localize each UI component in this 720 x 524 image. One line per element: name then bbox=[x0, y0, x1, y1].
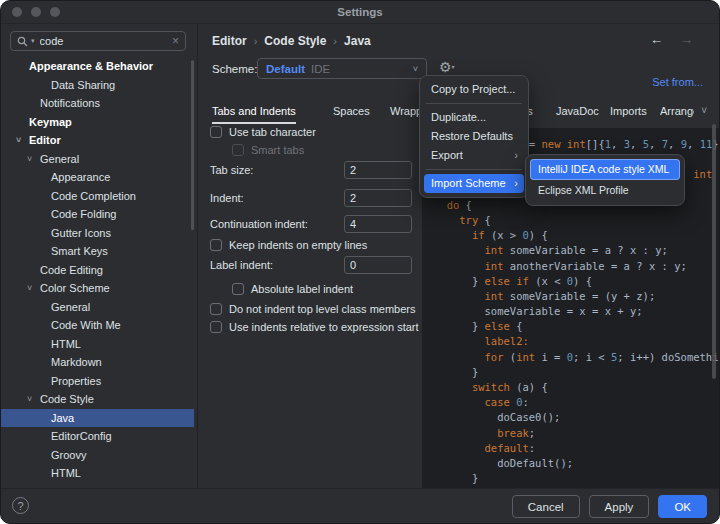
import-scheme-submenu: IntelliJ IDEA code style XMLEclipse XML … bbox=[525, 154, 685, 206]
submenu-item-eclipse-xml-profile[interactable]: Eclipse XML Profile bbox=[530, 180, 680, 201]
sidebar-item-label: Properties bbox=[51, 375, 101, 387]
sidebar-item-html[interactable]: HTML bbox=[1, 464, 194, 483]
sidebar-item-groovy[interactable]: Groovy bbox=[1, 446, 194, 465]
tab-imports[interactable]: Imports bbox=[610, 100, 647, 122]
menu-item-copy-to-project[interactable]: Copy to Project... bbox=[424, 80, 524, 99]
close-window-icon[interactable] bbox=[12, 7, 22, 17]
checkbox-use-tab-character[interactable]: Use tab character bbox=[210, 123, 316, 141]
sidebar-item-html[interactable]: HTML bbox=[1, 335, 194, 354]
dialog-footer: ? Cancel Apply OK bbox=[1, 488, 719, 523]
sidebar-item-color-scheme[interactable]: ˅Color Scheme bbox=[1, 279, 194, 298]
window-title: Settings bbox=[1, 1, 719, 23]
sidebar-item-gutter-icons[interactable]: Gutter Icons bbox=[1, 224, 194, 243]
chevron-down-icon[interactable]: ˅ bbox=[16, 131, 21, 150]
menu-item-restore-defaults[interactable]: Restore Defaults bbox=[424, 127, 524, 146]
tabs-and-indents-form: Use tab character Smart tabs Tab size: I… bbox=[198, 24, 422, 489]
chevron-down-icon[interactable]: ˅ bbox=[27, 150, 32, 169]
apply-button[interactable]: Apply bbox=[589, 495, 650, 518]
help-button[interactable]: ? bbox=[12, 497, 29, 514]
label-indent-input[interactable] bbox=[344, 256, 412, 274]
sidebar-item-label: EditorConfig bbox=[51, 430, 112, 442]
sidebar-item-code-editing[interactable]: Code Editing bbox=[1, 261, 194, 280]
search-field[interactable]: ▾ × bbox=[10, 31, 186, 51]
sidebar-item-label: Code Editing bbox=[40, 264, 103, 276]
sidebar-item-label: Code With Me bbox=[51, 319, 121, 331]
submenu-arrow-icon: › bbox=[514, 174, 518, 193]
submenu-item-intellij-idea-code-style-xml[interactable]: IntelliJ IDEA code style XML bbox=[530, 159, 680, 180]
sidebar-item-code-folding[interactable]: Code Folding bbox=[1, 205, 194, 224]
sidebar-item-label: Smart Keys bbox=[51, 245, 108, 257]
sidebar-item-editorconfig[interactable]: EditorConfig bbox=[1, 427, 194, 446]
settings-dialog: Settings ▾ × Appearance & BehaviorData S… bbox=[0, 0, 720, 524]
tab-javadoc[interactable]: JavaDoc bbox=[556, 100, 599, 122]
menu-item-import-scheme[interactable]: Import Scheme› bbox=[424, 174, 524, 193]
sidebar-item-keymap[interactable]: Keymap bbox=[1, 113, 194, 132]
chevron-down-icon[interactable]: ˅ bbox=[27, 390, 32, 409]
checkbox-smart-tabs: Smart tabs bbox=[232, 141, 304, 159]
code-preview-scrollbar[interactable] bbox=[712, 124, 716, 379]
tabs-overflow-icon[interactable]: ˅ bbox=[701, 100, 707, 122]
sidebar-scrollbar[interactable] bbox=[191, 60, 194, 230]
checkbox-indents-relative[interactable]: Use indents relative to expression start bbox=[210, 318, 419, 336]
clear-search-icon[interactable]: × bbox=[172, 35, 179, 47]
sidebar-item-editor[interactable]: ˅Editor bbox=[1, 131, 194, 150]
sidebar-item-code-completion[interactable]: Code Completion bbox=[1, 187, 194, 206]
tab-arrangement[interactable]: Arrangement bbox=[660, 100, 694, 122]
cancel-button[interactable]: Cancel bbox=[512, 495, 580, 518]
scheme-actions-menu: Copy to Project...Duplicate...Restore De… bbox=[419, 75, 529, 198]
code-line: if (x > 0) { bbox=[422, 228, 719, 243]
checkbox-absolute-label-indent[interactable]: Absolute label indent bbox=[232, 280, 353, 298]
sidebar-item-data-sharing[interactable]: Data Sharing bbox=[1, 76, 194, 95]
checkbox-no-indent-top-level[interactable]: Do not indent top level class members bbox=[210, 300, 415, 318]
indent-input[interactable] bbox=[344, 189, 412, 207]
sidebar-item-smart-keys[interactable]: Smart Keys bbox=[1, 242, 194, 261]
sidebar-item-markdown[interactable]: Markdown bbox=[1, 353, 194, 372]
sidebar-item-java[interactable]: Java bbox=[1, 409, 194, 428]
sidebar-item-label: Code Completion bbox=[51, 190, 136, 202]
sidebar-item-label: Appearance & Behavior bbox=[29, 60, 153, 72]
search-history-caret-icon[interactable]: ▾ bbox=[31, 37, 35, 45]
back-arrow-icon[interactable]: ← bbox=[650, 32, 663, 47]
checkbox-icon bbox=[232, 144, 244, 156]
sidebar-item-code-with-me[interactable]: Code With Me bbox=[1, 316, 194, 335]
checkbox-keep-indents[interactable]: Keep indents on empty lines bbox=[210, 236, 367, 254]
minimize-window-icon[interactable] bbox=[31, 7, 41, 17]
search-input[interactable] bbox=[38, 34, 169, 48]
sidebar-item-label: HTML bbox=[51, 467, 81, 479]
sidebar-item-label: Notifications bbox=[40, 97, 100, 109]
tab-size-input[interactable] bbox=[344, 161, 412, 179]
sidebar-item-appearance[interactable]: Appearance bbox=[1, 168, 194, 187]
sidebar-item-code-style[interactable]: ˅Code Style bbox=[1, 390, 194, 409]
ok-button[interactable]: OK bbox=[658, 495, 707, 518]
label-indent-label: Label indent: bbox=[210, 256, 273, 274]
chevron-down-icon[interactable]: ˅ bbox=[27, 279, 32, 298]
sidebar-item-properties[interactable]: Properties bbox=[1, 372, 194, 391]
menu-item-export[interactable]: Export› bbox=[424, 146, 524, 165]
checkbox-icon bbox=[210, 126, 222, 138]
set-from-link[interactable]: Set from... bbox=[652, 76, 703, 88]
footer-buttons: Cancel Apply OK bbox=[512, 495, 707, 518]
settings-sidebar: ▾ × Appearance & BehaviorData SharingNot… bbox=[1, 24, 198, 489]
continuation-indent-input[interactable] bbox=[344, 215, 412, 233]
menu-item-duplicate[interactable]: Duplicate... bbox=[424, 108, 524, 127]
sidebar-item-general[interactable]: ˅General bbox=[1, 150, 194, 169]
sidebar-item-appearance-behavior[interactable]: Appearance & Behavior bbox=[1, 57, 194, 76]
scheme-gear-button[interactable]: ⚙▾ bbox=[439, 60, 455, 74]
submenu-arrow-icon: › bbox=[514, 146, 518, 165]
sidebar-item-label: General bbox=[40, 153, 79, 165]
settings-tree: Appearance & BehaviorData SharingNotific… bbox=[1, 57, 194, 489]
maximize-window-icon[interactable] bbox=[50, 7, 60, 17]
menu-separator bbox=[426, 169, 522, 170]
code-line: } else { bbox=[422, 319, 719, 334]
sidebar-item-label: Color Scheme bbox=[40, 282, 110, 294]
code-line: } else if (x < 0) { bbox=[422, 274, 719, 289]
gear-caret-icon: ▾ bbox=[452, 64, 455, 70]
sidebar-item-label: Gutter Icons bbox=[51, 227, 111, 239]
sidebar-item-general[interactable]: General bbox=[1, 298, 194, 317]
code-line: someVariable = x = x + y; bbox=[422, 304, 719, 319]
forward-arrow-icon[interactable]: → bbox=[680, 32, 693, 47]
sidebar-item-notifications[interactable]: Notifications bbox=[1, 94, 194, 113]
history-nav: ← → bbox=[650, 32, 693, 47]
code-line: default: bbox=[422, 441, 719, 456]
continuation-indent-label: Continuation indent: bbox=[210, 215, 308, 233]
